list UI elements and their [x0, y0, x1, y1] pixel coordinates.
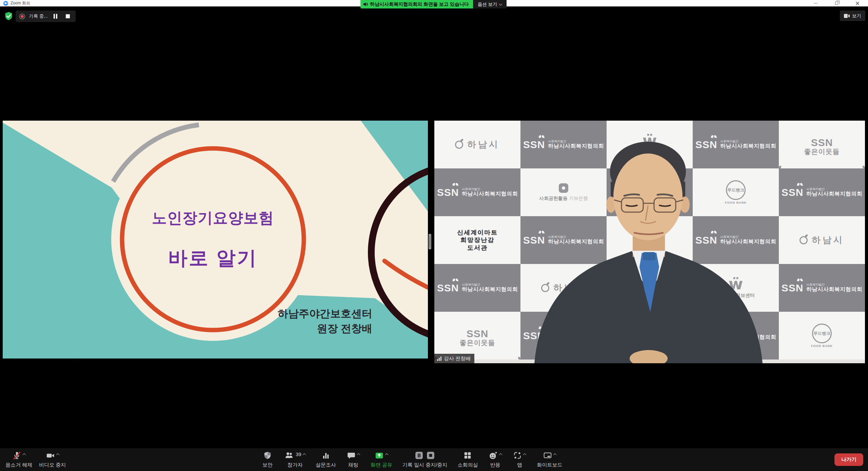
participants-icon [285, 451, 294, 460]
chevron-up-icon[interactable] [385, 453, 389, 457]
chevron-up-icon[interactable] [302, 453, 306, 457]
camera-icon [46, 451, 55, 460]
chevron-up-icon[interactable] [553, 453, 556, 457]
welfare-info-center-logo: ẅ사회복지정보센터 [631, 134, 669, 155]
leave-meeting-button[interactable]: 나가기 [834, 453, 863, 466]
w-mark-icon: ẅ [729, 277, 743, 291]
slide-footer: 하남주야간보호센터 원장 전창배 [278, 306, 372, 336]
chevron-up-icon[interactable] [523, 453, 527, 457]
view-options-button[interactable]: 옵션 보기 [473, 0, 507, 8]
zoom-meeting-window: Zoom 회의 하남시사회복지협의회의 화면을 보고 있습니다 옵션 보기 [0, 0, 868, 471]
banner-cell: SSN좋은이웃들 [779, 121, 865, 168]
ssn-council-logo: SSN사회복지법인하남시사회복지협의회 [523, 139, 604, 150]
toolbar-left-group: 음소거 해제 비디오 중지 [2, 448, 69, 471]
ssn-butterfly-icon [453, 183, 458, 186]
hanam-swirl-icon [455, 141, 463, 149]
ssn-butterfly-icon [711, 135, 716, 138]
hanam-swirl-icon [800, 236, 808, 244]
recording-indicator: 기록 중... [16, 11, 76, 22]
banner-cell: 푸드뱅크FOOD BANK [693, 168, 779, 216]
hanam-city-logo: 하남시 [541, 282, 586, 294]
ssn-butterfly-icon [475, 325, 480, 328]
share-banner-message-area: 하남시사회복지협의회의 화면을 보고 있습니다 [360, 0, 473, 8]
banner-cell: 사회공헌활동기부은행 [520, 168, 607, 216]
chevron-up-icon[interactable] [23, 453, 26, 457]
toolbar-participants-button[interactable]: 39 참가자 [281, 448, 309, 471]
banner-cell [607, 168, 693, 216]
welfare-info-center-logo: ẅ사회복지정보센터 [717, 277, 755, 299]
toolbar-record-pause-stop-button[interactable]: 기록 일시 중지/중지 [399, 448, 451, 471]
toolbar-center-group: 보안 39 참가자 [257, 448, 566, 471]
ssn-council-logo: SSN사회복지법인하남시사회복지협의회 [437, 282, 518, 294]
food-bank-logo: 푸드뱅크FOOD BANK [811, 324, 833, 348]
w-mark-icon: ẅ [643, 134, 657, 148]
chevron-up-icon[interactable] [499, 453, 502, 457]
ssn-council-logo: SSN사회복지법인하남시사회복지협의회 [437, 187, 518, 198]
participants-count: 39 [296, 451, 301, 457]
chevron-up-icon[interactable] [56, 453, 60, 457]
banner-cell: SSN사회복지법인하남시사회복지협의회 [779, 264, 865, 312]
food-bank-badge-icon: 푸드뱅크 [726, 180, 746, 200]
banner-cell: 하남시 [779, 216, 865, 264]
chat-bubble-icon [347, 451, 356, 460]
banner-cell: SSN사회복지법인하남시사회복지협의회 [520, 312, 607, 360]
banner-cell [607, 216, 693, 264]
close-icon [855, 1, 860, 5]
hanam-city-logo: 하남시 [455, 139, 500, 150]
meeting-control-row: 기록 중... 보기 [0, 9, 868, 23]
slide-title-line1: 노인장기요양보험 [128, 208, 298, 228]
toolbar-apps-button[interactable]: 앱 [509, 448, 530, 471]
pause-recording-button[interactable] [51, 12, 60, 21]
banner-cell: ẅ사회복지정보센터 [693, 264, 779, 312]
participant-name: 강사 전창배 [444, 355, 471, 362]
toolbar-chat-button[interactable]: 채팅 [343, 448, 364, 471]
view-layout-button[interactable]: 보기 [840, 11, 866, 21]
ssn-council-logo: SSN사회복지법인하남시사회복지협의회 [695, 330, 776, 342]
zoom-logo-icon [3, 1, 8, 6]
toolbar-reactions-button[interactable]: 반응 [485, 448, 506, 471]
banner-cell: SSN사회복지법인하남시사회복지협의회 [520, 216, 607, 264]
banner-floor-edge [434, 360, 865, 363]
toolbar-breakout-rooms-button[interactable]: 소회의실 [454, 448, 481, 471]
toolbar-polls-button[interactable]: 설문조사 [312, 448, 339, 471]
meeting-toolbar: 음소거 해제 비디오 중지 [0, 448, 868, 471]
ssn-council-logo: SSN사회복지법인하남시사회복지협의회 [695, 139, 776, 150]
ssn-council-logo: SSN사회복지법인하남시사회복지협의회 [523, 234, 604, 246]
ssn-butterfly-icon [711, 326, 716, 329]
banner-cell: SSN사회복지법인하남시사회복지협의회 [779, 168, 865, 216]
ssn-butterfly-icon [797, 279, 803, 281]
mic-muted-icon [12, 451, 21, 460]
ssn-butterfly-icon [539, 326, 544, 329]
banner-cell: SSN사회복지법인하남시사회복지협의회 [693, 216, 779, 264]
toolbar-share-screen-button[interactable]: 화면 공유 [367, 448, 396, 471]
maximize-button[interactable] [826, 0, 847, 6]
stop-recording-button[interactable] [63, 12, 72, 21]
chevron-up-icon[interactable] [357, 453, 360, 457]
banner-cell: SSN사회복지법인하남시사회복지협의회 [434, 264, 520, 312]
ssn-butterfly-icon [539, 231, 544, 233]
pane-resize-handle[interactable] [429, 234, 431, 249]
recording-dot-icon [19, 13, 25, 20]
toolbar-stop-video-button[interactable]: 비디오 중지 [36, 448, 69, 471]
banner-cell [607, 264, 693, 312]
close-button[interactable] [847, 0, 868, 6]
banner-cell: SSN사회복지법인하남시사회복지협의회 [693, 121, 779, 168]
ssn-council-logo: SSN사회복지법인하남시사회복지협의회 [523, 330, 604, 342]
banner-cell: 하남시 [434, 121, 520, 168]
poll-chart-icon [321, 451, 330, 460]
minimize-icon [814, 3, 817, 4]
ssn-good-neighbors-logo: SSN좋은이웃들 [804, 134, 840, 155]
toolbar-unmute-button[interactable]: 음소거 해제 [2, 448, 36, 471]
ssn-butterfly-icon [711, 231, 716, 233]
minimize-button[interactable] [805, 0, 826, 6]
ssn-good-neighbors-logo: SSN좋은이웃들 [460, 325, 495, 346]
toolbar-security-button[interactable]: 보안 [257, 448, 278, 471]
signal-strength-icon [437, 356, 441, 361]
ssn-council-logo: SSN사회복지법인하남시사회복지협의회 [782, 282, 863, 294]
toolbar-whiteboard-button[interactable]: 화이트보드 [533, 448, 566, 471]
slide-footer-line1: 하남주야간보호센터 [278, 306, 372, 321]
shield-icon [263, 451, 272, 460]
screen-share-banner: 하남시사회복지협의회의 화면을 보고 있습니다 옵션 보기 [360, 0, 507, 8]
apps-icon [513, 451, 522, 460]
share-screen-icon [375, 451, 384, 460]
